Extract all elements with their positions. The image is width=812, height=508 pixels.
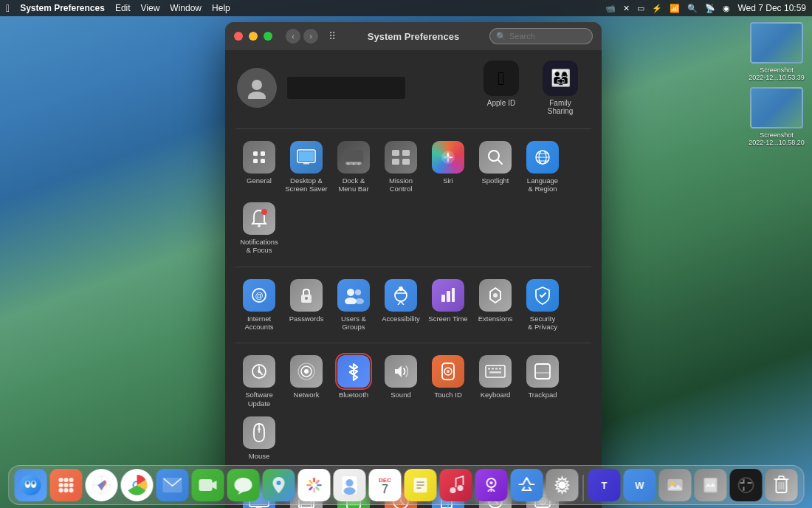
dock-separator [583,475,584,501]
pref-notifications[interactable]: Notifications& Focus [235,198,283,259]
family-sharing-icon: 👨‍👩‍👧 [543,61,578,96]
svg-line-40 [401,301,404,305]
menubar-datetime: Wed 7 Dec 10:59 [737,3,806,13]
dock-notes[interactable] [405,469,437,501]
user-name-field[interactable] [287,77,405,99]
dock-dark[interactable] [730,469,763,501]
dock-appstore[interactable] [511,469,543,501]
pref-bluetooth[interactable]: Bluetooth [330,351,377,412]
dock-trash[interactable] [765,469,798,501]
svg-point-37 [395,289,407,301]
svg-line-46 [542,293,546,297]
svg-rect-7 [299,151,314,161]
maximize-button[interactable] [264,32,272,41]
svg-rect-56 [488,368,490,370]
dock-syspref[interactable] [546,469,579,501]
dock-contacts[interactable] [334,469,366,501]
menubar-view[interactable]: View [141,3,160,13]
apple-id-button[interactable]:  Apple ID [479,61,523,115]
dock-photos[interactable] [298,469,331,501]
desktop-file-label-2: Screenshot2022-12...10.58.20 [749,131,805,146]
menubar-charging-icon: ⚡ [652,4,662,13]
search-input[interactable] [509,32,586,41]
menubar-search-icon[interactable]: 🔍 [687,4,698,13]
trackpad-label: Trackpad [528,391,557,399]
svg-text:@: @ [255,291,263,300]
screentime-label: Screen Time [428,315,467,323]
pref-general[interactable]: General [235,137,283,198]
dock-preview[interactable] [695,469,727,501]
dock-messages[interactable] [227,469,260,501]
pref-network[interactable]: Network [283,351,330,412]
menubar-facetime-icon: 📹 [605,4,616,13]
extensions-icon [479,279,512,312]
avatar[interactable] [237,68,277,108]
svg-rect-17 [402,159,410,165]
minimize-button[interactable] [249,32,258,41]
forward-button[interactable]: › [303,29,318,44]
dock-podcasts[interactable] [475,469,508,501]
pref-extensions[interactable]: Extensions [472,275,519,336]
dock-launchpad[interactable] [50,469,83,501]
pref-passwords[interactable]: Passwords [283,275,330,336]
family-sharing-button[interactable]: 👨‍👩‍👧 FamilySharing [538,61,582,115]
mission-label: MissionControl [389,176,413,193]
pref-spotlight[interactable]: Spotlight [472,137,519,198]
pref-language[interactable]: Language& Region [519,137,566,198]
dock-calendar[interactable]: DEC 7 [369,469,402,501]
pref-trackpad[interactable]: Trackpad [519,351,566,412]
pref-mouse[interactable]: Mouse [235,412,283,464]
siri-icon [432,141,464,174]
touch-label: Touch ID [434,391,462,399]
desktop-file-thumb-2 [750,87,803,128]
sound-icon [385,355,417,388]
dock-word[interactable]: W [624,469,656,501]
svg-point-114 [346,479,354,487]
dock-chrome[interactable] [121,469,154,501]
section-2: @ InternetAccounts Passwords Users &Grou… [235,267,591,343]
dock-iphoto[interactable] [659,469,692,501]
dock-maps[interactable] [263,469,295,501]
dock-facetime[interactable] [192,469,224,501]
apple-menu-icon[interactable]:  [6,2,10,14]
svg-rect-58 [495,368,498,370]
svg-rect-5 [261,159,265,163]
dock-safari[interactable] [86,469,118,501]
menubar-siri-icon[interactable]: ◉ [723,4,730,13]
search-box[interactable]: 🔍 [489,28,593,44]
desktop-file-2[interactable]: Screenshot2022-12...10.58.20 [747,87,806,146]
pref-dock[interactable]: Dock &Menu Bar [330,137,377,198]
pref-touch[interactable]: Touch ID [424,351,472,412]
pref-software[interactable]: SoftwareUpdate [235,351,283,412]
pref-accessibility[interactable]: Accessibility [377,275,424,336]
close-button[interactable] [234,32,243,41]
pref-keyboard[interactable]: Keyboard [472,351,519,412]
pref-mission[interactable]: MissionControl [377,137,424,198]
svg-point-90 [32,481,35,485]
svg-point-44 [493,293,498,298]
dock-teams[interactable]: T [588,469,621,501]
svg-rect-61 [535,364,550,379]
svg-point-12 [353,163,355,165]
grid-view-button[interactable]: ⠿ [328,30,336,42]
menubar-edit[interactable]: Edit [115,3,131,13]
pref-internet[interactable]: @ InternetAccounts [235,275,283,336]
touch-icon [432,355,464,388]
pref-users[interactable]: Users &Groups [330,275,377,336]
desktop-file-1[interactable]: Screenshot2022-12...10.53.39 [747,22,806,81]
pref-desktop[interactable]: Desktop &Screen Saver [283,137,330,198]
pref-screentime[interactable]: Screen Time [424,275,472,336]
menubar-window[interactable]: Window [170,3,202,13]
dock-mail[interactable] [156,469,189,501]
pref-security[interactable]: Security& Privacy [519,275,566,336]
software-label: SoftwareUpdate [245,391,273,408]
screentime-icon [432,279,464,312]
menubar-help[interactable]: Help [212,3,230,13]
svg-point-123 [490,481,493,484]
back-button[interactable]: ‹ [286,29,300,44]
dock-finder[interactable] [15,469,47,501]
pref-sound[interactable]: Sound [377,351,424,412]
dock-music[interactable] [440,469,472,501]
svg-rect-41 [441,295,445,302]
pref-siri[interactable]: Siri [424,137,472,198]
